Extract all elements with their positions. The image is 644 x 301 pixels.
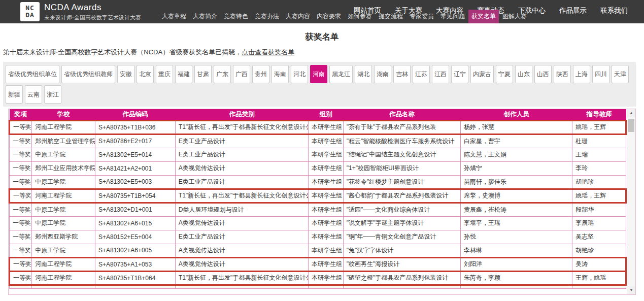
scroll-up-button[interactable]: ▲ [627,109,635,117]
sub-nav-item[interactable]: 如何参赛 [345,10,375,23]
page-title: 获奖名单 [0,31,644,43]
table-row[interactable]: 一等奖中原工学院S+A81302+E5+003E类工业产品设计本研学生组"花签令… [10,175,626,189]
table-row[interactable]: 一等奖中原工学院S+A81302+D1+001D类人居环境规划与设计本研学生组"… [10,203,626,216]
sub-nav-item[interactable]: 提交流程 [376,10,406,23]
province-tab[interactable]: 广东 [214,65,231,83]
table-cell: "花签令"红楼梦主题创意设计 [343,175,460,189]
province-tab[interactable]: 云南 [25,85,42,104]
province-tab[interactable]: 江西 [432,65,449,83]
table-cell: 李玲 [572,161,626,175]
awards-table-area: 奖项学校作品编码作品类别组别作品名称创作人员指导教师 一等奖河南工程学院S+A8… [8,109,636,295]
province-tab[interactable]: 上海 [573,65,590,83]
table-row-highlighted[interactable]: 一等奖河南工程学院S+A80735+T1B+054T1"新长征，再出发"于都县新… [10,189,626,203]
table-cell [32,285,95,288]
scroll-down-button[interactable]: ▼ [627,286,635,294]
table-row[interactable]: 一等奖郑州航空工业管理学院S+A80786+E2+017E类工业产品设计本研学生… [10,134,626,148]
province-tab[interactable]: 海南 [272,65,289,83]
view-awards-link[interactable]: 点击查看获奖名单 [242,48,294,56]
sub-nav-item-active[interactable]: 获奖名单 [468,10,499,23]
table-row[interactable]: 一等奖郑州西亚斯学院S+A80152+E5+004E类工业产品设计本研学生组"铜… [10,230,626,244]
column-header: 作品名称 [343,109,460,120]
table-cell: A类视觉传达设计 [175,216,309,230]
table-cell: 一等奖 [10,271,32,285]
province-tab[interactable]: 四川 [592,65,609,83]
main-nav-item[interactable]: 作品展示 [559,6,587,15]
table-cell: 一等奖 [10,161,32,175]
sub-nav-item[interactable]: 竞赛特色 [221,10,251,23]
sub-nav-item[interactable]: 图解大赛 [499,10,530,23]
table-cell: "茶有于味"于都县农产品系列包装 [343,120,460,134]
table-row[interactable]: 一等奖中原工学院S+A81302+E5+014E类工业产品设计本研学生组"结绳记… [10,148,626,161]
table-cell: 中原工学院 [32,244,95,257]
province-tab[interactable]: 新疆 [6,85,23,104]
province-tab[interactable]: 宁夏 [496,65,513,83]
province-tab[interactable]: 甘肃 [194,65,212,83]
province-tab[interactable]: 山东 [515,65,532,83]
table-row-highlighted[interactable]: 一等奖河南工程学院S+A80735+T1B+036T1"新长征，再出发"于都县新… [10,120,626,134]
table-cell: 李堰平，王瑶 [461,216,572,230]
province-tab[interactable]: 安徽 [117,65,134,83]
table-cell: S+A81302+A6+015 [95,216,175,230]
sub-nav-item[interactable]: 竞赛办法 [252,10,282,23]
province-tab[interactable]: 辽宁 [451,65,468,83]
column-header: 作品编码 [95,109,175,120]
table-cell: S+A80735+T1B+036 [95,120,175,134]
scrollbar-thumb[interactable] [628,119,634,132]
sub-nav-item[interactable]: 大赛简介 [190,10,220,23]
table-cell: S+A80735+T1B+064 [95,271,175,285]
table-cell: 本研学生组 [309,161,343,175]
province-tab[interactable]: 内蒙古 [470,65,494,83]
table-row-highlighted[interactable]: 一等奖河南工程学院S+A80735+A1+053A类视觉传达设计本研学生组"纹画… [10,257,626,271]
province-tab[interactable]: 浙江 [44,85,61,104]
province-tab[interactable]: 江苏 [413,65,430,83]
province-tab[interactable]: 湖南 [374,65,391,83]
sub-nav-item[interactable]: 大赛内容 [283,10,313,23]
table-cell: 中原工学院 [32,203,95,216]
main-nav-item[interactable]: 联系我们 [600,6,628,15]
province-tab[interactable]: 吉林 [393,65,411,83]
province-tab[interactable]: 北京 [137,65,154,83]
awards-table: 奖项学校作品编码作品类别组别作品名称创作人员指导教师 一等奖河南工程学院S+A8… [9,109,627,289]
table-cell: 王瑞 [572,148,626,161]
province-tab[interactable]: 贵州 [252,65,269,83]
province-tab[interactable]: 重庆 [156,65,173,83]
province-tab[interactable]: 广西 [233,65,250,83]
table-cell: 中原工学院 [32,216,95,230]
table-cell: 一等奖 [10,216,32,230]
table-cell: S+A80735+T1B+054 [95,189,175,203]
table-cell: 吴涛 [572,257,626,271]
province-tab[interactable]: 陕西 [554,65,571,83]
table-cell: 席擎，史澳博 [461,189,572,203]
province-tab[interactable]: 黑龙江 [329,65,353,83]
sub-nav-item[interactable]: 专家委员 [406,10,437,23]
table-cell: 黄辰鑫，崔松涛 [461,203,572,216]
province-tab[interactable]: 河北 [291,65,308,83]
table-scrollbar[interactable]: ▲ ▼ [627,109,635,294]
table-cell: E类工业产品设计 [175,175,309,189]
table-cell: 郑州西亚斯学院 [32,230,95,244]
table-cell: 一等奖 [10,257,32,271]
province-tab[interactable]: 山西 [534,65,552,83]
province-tab-active[interactable]: 河南 [310,65,327,83]
table-row[interactable]: 一等奖中原工学院S+A81302+A6+005A类视觉传达设计本研学生组"兔"汉… [10,244,626,257]
awards-table-viewport: 奖项学校作品编码作品类别组别作品名称创作人员指导教师 一等奖河南工程学院S+A8… [8,109,636,295]
table-cell: T1"新长征，再出发"于都县新长征文化创意设计公益赛事 [175,271,309,285]
table-cell: 本研学生组 [309,244,343,257]
sub-nav-item[interactable]: 内容要求 [314,10,344,23]
table-row-highlighted[interactable]: 一等奖河南工程学院S+A80735+T1B+064T1"新长征，再出发"于都县新… [10,271,626,285]
table-cell: T1"新长征，再出发"于都县新长征文化创意设计公益赛事 [175,189,309,203]
table-cell: S+A81302+E5+003 [95,175,175,189]
province-tab[interactable]: 天津 [612,65,629,83]
table-cell: 一等奖 [10,134,32,148]
province-tab[interactable]: 省级优秀组织单位 [6,65,59,83]
province-tab[interactable]: 湖北 [355,65,372,83]
sub-nav-item[interactable]: 大赛章程 [159,10,189,23]
table-cell: "酱心都韵"于都县农产品系列包装设计 [343,189,460,203]
sub-nav-item[interactable]: 常见问题 [437,10,468,23]
site-logo[interactable]: NC DA NCDA Awards 未来设计师·全国高校数字艺术设计大赛 [20,2,141,21]
table-cell: 白家星，曹宇 [461,134,572,148]
province-tab[interactable]: 省级优秀组织教师 [61,65,115,83]
table-row[interactable]: 一等奖郑州工业应用技术学院S+A81421+A2+001A类视觉传达设计本研学生… [10,161,626,175]
province-tab[interactable]: 福建 [175,65,192,83]
table-row[interactable]: 一等奖中原工学院S+A81302+A6+015A类视觉传达设计本研学生组"说文解… [10,216,626,230]
